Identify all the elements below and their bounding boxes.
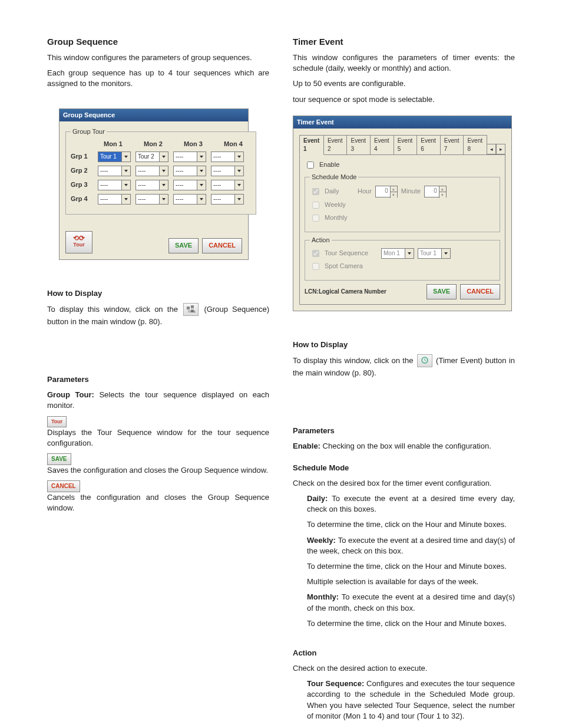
param-text: Group Tour: Selects the tour sequence di… — [47, 390, 269, 411]
tour-select[interactable]: Tour 1 — [418, 248, 451, 259]
tour-select[interactable]: ---- — [211, 151, 244, 162]
monitor-select[interactable]: Mon 1 — [381, 248, 414, 259]
tab-event-5[interactable]: Event 5 — [394, 135, 418, 154]
select-value: ---- — [98, 181, 121, 189]
tour-select[interactable]: Tour 2 — [135, 151, 168, 162]
chevron-down-icon — [159, 166, 168, 176]
tour-select[interactable]: ---- — [173, 194, 206, 205]
left-column: Group Sequence This window configures th… — [47, 35, 269, 726]
daily-checkbox[interactable] — [312, 188, 319, 195]
minute-stepper[interactable]: 0 ▴▾ — [424, 186, 447, 197]
chevron-down-icon — [197, 180, 206, 190]
tour-select[interactable]: Tour 1 — [98, 151, 131, 162]
tour-select[interactable]: ---- — [211, 194, 244, 205]
select-value: ---- — [174, 153, 197, 161]
tab-event-4[interactable]: Event 4 — [370, 135, 394, 154]
hour-stepper[interactable]: 0 ▴▾ — [375, 186, 398, 197]
select-value: Tour 2 — [136, 153, 159, 161]
param-text: Cancels the configuration and closes the… — [47, 492, 269, 513]
tour-select[interactable]: ---- — [98, 166, 131, 176]
window-title: Timer Event — [293, 116, 511, 129]
chevron-down-icon — [234, 152, 243, 162]
tour-button[interactable]: ⟲⟳ Tour — [65, 231, 92, 253]
svg-rect-1 — [191, 305, 194, 308]
save-inline-icon: SAVE — [47, 453, 71, 465]
tab-scroll-right[interactable]: ▸ — [496, 144, 505, 154]
tab-event-6[interactable]: Event 6 — [416, 135, 441, 154]
cancel-button[interactable]: CANCEL — [460, 284, 500, 299]
text: To display this window, click on the — [293, 357, 416, 365]
param-text: Weekly: To execute the event at a desire… — [307, 535, 515, 556]
monitor-value: Mon 1 — [382, 249, 405, 258]
event-tabs: Event 1 Event 2 Event 3 Event 4 Event 5 … — [299, 134, 505, 155]
select-value: ---- — [211, 181, 234, 189]
tour-select[interactable]: ---- — [98, 194, 131, 205]
select-value: ---- — [98, 167, 121, 175]
tour-select[interactable]: ---- — [173, 166, 206, 176]
tour-select[interactable]: ---- — [135, 180, 168, 190]
spot-camera-checkbox[interactable] — [312, 263, 319, 270]
frame-legend: Schedule Mode — [310, 173, 358, 182]
chevron-down-icon — [121, 152, 130, 162]
save-button[interactable]: SAVE — [168, 238, 199, 253]
group-sequence-heading: Group Sequence — [47, 35, 269, 48]
text: To execute the event at a desired time a… — [307, 536, 515, 555]
param-text: Check on the desired box for the timer e… — [293, 478, 515, 489]
label: Group Tour: — [47, 390, 99, 399]
how-to-text: To display this window, click on the (Ti… — [293, 355, 515, 378]
group-row: Grp 3---------------- — [71, 180, 251, 190]
weekly-label: Weekly — [325, 200, 346, 209]
param-text: To determine the time, click on the Hour… — [307, 561, 515, 572]
row-label: Grp 4 — [71, 195, 93, 203]
param-text: Saves the configuration and closes the G… — [47, 465, 269, 476]
select-value: ---- — [174, 181, 197, 189]
tab-event-2[interactable]: Event 2 — [323, 135, 348, 154]
row-label: Grp 3 — [71, 180, 93, 189]
tour-select[interactable]: ---- — [135, 194, 168, 205]
label: Action — [293, 648, 515, 658]
enable-checkbox[interactable] — [307, 162, 314, 169]
chevron-down-icon — [159, 152, 168, 162]
label: Daily: — [307, 494, 332, 503]
timer-event-icon — [417, 354, 432, 367]
timer-event-heading: Timer Event — [293, 35, 515, 48]
select-value: ---- — [98, 195, 121, 203]
tour-select[interactable]: ---- — [135, 166, 168, 176]
tab-event-1[interactable]: Event 1 — [299, 135, 324, 155]
right-column: Timer Event This window configures the p… — [293, 35, 515, 726]
spot-camera-label: Spot Camera — [325, 262, 363, 271]
tour-select[interactable]: ---- — [173, 180, 206, 190]
monthly-checkbox[interactable] — [312, 215, 319, 222]
tour-select[interactable]: ---- — [211, 166, 244, 176]
monthly-label: Monthly — [325, 213, 348, 222]
save-button[interactable]: SAVE — [427, 284, 457, 299]
tab-event-8[interactable]: Event 8 — [463, 135, 487, 154]
chevron-down-icon — [121, 180, 130, 190]
group-sequence-icon: Group — [183, 303, 199, 316]
row-label: Grp 1 — [71, 152, 93, 161]
daily-label: Daily — [325, 187, 354, 196]
parameters-heading: Parameters — [293, 426, 515, 436]
col-header: Mon 2 — [135, 140, 171, 149]
cancel-button[interactable]: CANCEL — [202, 238, 242, 253]
group-sequence-window: Group Sequence Group Tour Mon 1 Mon 2 Mo… — [59, 108, 249, 260]
tab-event-3[interactable]: Event 3 — [346, 135, 371, 154]
tour-select[interactable]: ---- — [98, 180, 131, 190]
weekly-checkbox[interactable] — [312, 202, 319, 209]
parameters-heading: Parameters — [47, 374, 269, 385]
text: To execute the event at a desired time e… — [307, 494, 515, 513]
label: Tour Sequence: — [307, 679, 366, 688]
chevron-down-icon — [197, 152, 206, 162]
select-value: Tour 1 — [98, 153, 121, 161]
intro-text: tour sequence or spot mode is selectable… — [293, 94, 515, 105]
cancel-inline-icon: CANCEL — [47, 480, 80, 492]
tour-sequence-checkbox[interactable] — [312, 250, 319, 257]
tour-select[interactable]: ---- — [211, 180, 244, 190]
intro-text: Each group sequence has up to 4 tour seq… — [47, 68, 269, 89]
col-header: Mon 3 — [176, 140, 211, 149]
tab-event-7[interactable]: Event 7 — [440, 135, 464, 154]
tour-select[interactable]: ---- — [173, 151, 206, 162]
how-to-heading: How to Display — [47, 288, 269, 299]
frame-legend: Action — [310, 236, 332, 245]
tab-scroll-left[interactable]: ◂ — [487, 144, 496, 154]
